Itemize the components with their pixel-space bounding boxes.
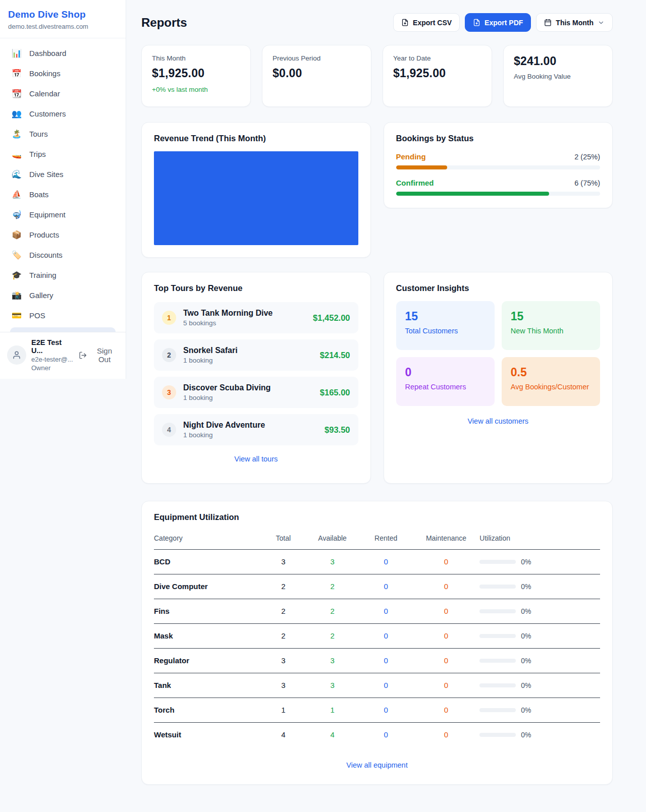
utilization-bar bbox=[479, 609, 516, 613]
col-available: Available bbox=[306, 528, 359, 550]
page-header: Reports Export CSV Export PDF This Month bbox=[141, 13, 613, 32]
tour-name: Discover Scuba Diving bbox=[183, 383, 271, 392]
stat-label: Year to Date bbox=[393, 54, 481, 62]
products-icon: 📦 bbox=[11, 231, 22, 239]
main-content: Reports Export CSV Export PDF This Month… bbox=[126, 0, 646, 805]
dashboard-icon: 📊 bbox=[11, 49, 22, 57]
period-selector[interactable]: This Month bbox=[536, 13, 613, 32]
tour-revenue: $1,452.00 bbox=[313, 313, 350, 323]
view-all-tours-link[interactable]: View all tours bbox=[154, 455, 358, 463]
shop-name: Demo Dive Shop bbox=[8, 9, 118, 20]
status-row-confirmed: Confirmed 6 (75%) bbox=[396, 179, 601, 196]
utilization-value: 0% bbox=[521, 731, 531, 739]
customer-insights-card: Customer Insights 15 Total Customers 15 … bbox=[384, 272, 613, 484]
bookings-by-status-card: Bookings by Status Pending 2 (25%) Confi… bbox=[384, 122, 613, 208]
status-bar-fill bbox=[396, 165, 447, 169]
sidebar-item-dashboard[interactable]: 📊 Dashboard bbox=[6, 45, 120, 62]
sidebar-item-label: Equipment bbox=[29, 210, 66, 219]
trips-icon: 🚤 bbox=[11, 150, 22, 158]
sidebar-item-label: Dashboard bbox=[29, 49, 66, 57]
status-label: Pending bbox=[396, 152, 426, 161]
rank-badge: 1 bbox=[162, 311, 176, 325]
export-pdf-button[interactable]: Export PDF bbox=[465, 13, 531, 32]
sidebar-item-pos[interactable]: 💳 POS bbox=[6, 307, 120, 324]
shop-domain: demo.test.divestreams.com bbox=[8, 23, 118, 30]
utilization-value: 0% bbox=[521, 706, 531, 714]
sidebar-item-dive-sites[interactable]: 🌊 Dive Sites bbox=[6, 166, 120, 183]
utilization-value: 0% bbox=[521, 632, 531, 640]
insight-tile-new-this-month: 15 New This Month bbox=[502, 301, 600, 350]
sidebar-item-calendar[interactable]: 📆 Calendar bbox=[6, 85, 120, 102]
sidebar-item-label: Tours bbox=[29, 130, 48, 138]
sidebar-item-customers[interactable]: 👥 Customers bbox=[6, 105, 120, 122]
col-utilization: Utilization bbox=[479, 528, 600, 550]
table-row: BCD 3 3 0 0 0% bbox=[154, 550, 600, 574]
utilization-value: 0% bbox=[521, 558, 531, 566]
stat-value: $0.00 bbox=[273, 67, 361, 80]
sidebar-header: Demo Dive Shop demo.test.divestreams.com bbox=[0, 0, 126, 38]
utilization-value: 0% bbox=[521, 681, 531, 689]
utilization-bar bbox=[479, 585, 516, 589]
tour-revenue: $214.50 bbox=[320, 351, 350, 360]
revenue-trend-title: Revenue Trend (This Month) bbox=[154, 134, 358, 143]
insight-tile-repeat-customers: 0 Repeat Customers bbox=[396, 357, 495, 406]
status-bar-fill bbox=[396, 192, 549, 196]
tour-bookings: 1 booking bbox=[183, 394, 271, 401]
tour-bookings: 5 bookings bbox=[183, 319, 273, 327]
insight-tile-avg-bookings: 0.5 Avg Bookings/Customer bbox=[502, 357, 600, 406]
stat-card-previous-period: Previous Period $0.00 bbox=[262, 45, 371, 107]
sidebar-item-label: Dive Sites bbox=[29, 170, 64, 179]
tour-name: Two Tank Morning Dive bbox=[183, 309, 273, 318]
user-role: Owner bbox=[31, 364, 74, 372]
sidebar-item-trips[interactable]: 🚤 Trips bbox=[6, 146, 120, 162]
sidebar: Demo Dive Shop demo.test.divestreams.com… bbox=[0, 0, 126, 379]
utilization-bar bbox=[479, 708, 516, 712]
file-export-icon bbox=[401, 19, 409, 26]
tile-value: 0.5 bbox=[511, 366, 591, 379]
user-meta: E2E Test U... e2e-tester@... Owner bbox=[31, 338, 74, 372]
sidebar-item-equipment[interactable]: 🤿 Equipment bbox=[6, 206, 120, 223]
view-all-customers-link[interactable]: View all customers bbox=[396, 417, 601, 425]
sidebar-item-label: Boats bbox=[29, 190, 48, 199]
sidebar-item-label: POS bbox=[29, 311, 45, 320]
sign-out-button[interactable]: Sign Out bbox=[79, 346, 119, 364]
logout-icon bbox=[79, 351, 87, 360]
status-label: Confirmed bbox=[396, 179, 434, 187]
sidebar-item-label: Bookings bbox=[29, 69, 61, 78]
export-pdf-label: Export PDF bbox=[484, 19, 523, 27]
sidebar-item-label: Discounts bbox=[29, 251, 63, 259]
sidebar-nav: 📊 Dashboard 📅 Bookings 📆 Calendar 👥 Cust… bbox=[0, 38, 126, 332]
view-all-equipment-link[interactable]: View all equipment bbox=[154, 761, 600, 769]
table-row: Torch 1 1 0 0 0% bbox=[154, 698, 600, 723]
col-maintenance: Maintenance bbox=[413, 528, 480, 550]
sidebar-item-training[interactable]: 🎓 Training bbox=[6, 267, 120, 283]
tour-revenue: $165.00 bbox=[320, 388, 350, 397]
tile-value: 15 bbox=[405, 310, 486, 323]
sidebar-item-discounts[interactable]: 🏷️ Discounts bbox=[6, 247, 120, 263]
utilization-bar bbox=[479, 560, 516, 564]
sidebar-item-label: Calendar bbox=[29, 89, 60, 98]
file-export-icon bbox=[473, 19, 480, 26]
sidebar-item-gallery[interactable]: 📸 Gallery bbox=[6, 287, 120, 304]
training-icon: 🎓 bbox=[11, 271, 22, 279]
user-email: e2e-tester@... bbox=[31, 356, 74, 363]
rank-badge: 2 bbox=[162, 348, 176, 362]
sidebar-item-bookings[interactable]: 📅 Bookings bbox=[6, 65, 120, 82]
sidebar-item-label: Trips bbox=[29, 150, 46, 158]
sidebar-item-products[interactable]: 📦 Products bbox=[6, 226, 120, 243]
stat-value: $1,925.00 bbox=[152, 67, 240, 80]
tile-label: New This Month bbox=[511, 327, 591, 335]
table-row: Tank 3 3 0 0 0% bbox=[154, 673, 600, 698]
tour-revenue: $93.50 bbox=[325, 425, 350, 435]
sidebar-item-label: Training bbox=[29, 271, 57, 279]
stat-label: Previous Period bbox=[273, 54, 361, 62]
tour-bookings: 1 booking bbox=[183, 431, 265, 439]
discounts-icon: 🏷️ bbox=[11, 251, 22, 259]
rank-badge: 3 bbox=[162, 385, 176, 399]
tour-row: 4 Night Dive Adventure 1 booking $93.50 bbox=[154, 414, 358, 445]
sidebar-item-boats[interactable]: ⛵ Boats bbox=[6, 186, 120, 203]
export-csv-button[interactable]: Export CSV bbox=[393, 13, 460, 32]
sidebar-item-active-partial[interactable] bbox=[10, 327, 116, 332]
sidebar-item-tours[interactable]: 🏝️ Tours bbox=[6, 126, 120, 142]
customers-icon: 👥 bbox=[11, 110, 22, 118]
